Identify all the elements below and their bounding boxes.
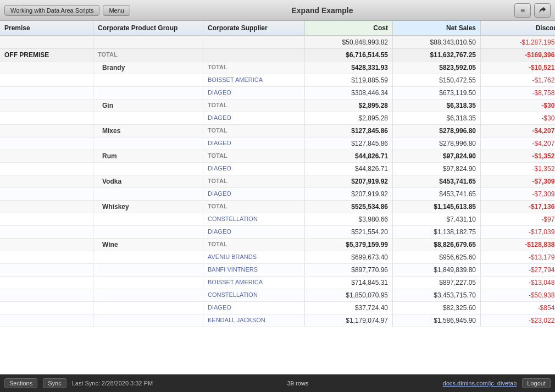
cell-premise: [0, 163, 93, 175]
table-row: KENDALL JACKSON $1,179,074.97 $1,586,945…: [0, 314, 555, 327]
table-row: DIAGEO $127,845.86 $278,996.80 -$4,207.5…: [0, 137, 555, 150]
page-title: Expand Example: [130, 6, 514, 15]
table-row: BOISSET AMERICA $714,845.31 $897,227.05 …: [0, 277, 555, 289]
cell-group-category: Vodka: [93, 175, 203, 187]
cell-netsales: $1,145,613.85: [393, 201, 481, 213]
cell-supplier: BANFI VINTNERS: [203, 264, 305, 276]
cell-group-category: Whiskey: [93, 201, 203, 213]
cell-premise: [0, 150, 93, 162]
cell-supplier: DIAGEO: [203, 302, 305, 314]
table-body[interactable]: OFF PREMISE TOTAL $6,716,514.55 $11,632,…: [0, 49, 555, 374]
cell-group: [93, 289, 203, 301]
title-bar: Working with Data Area Scripts Menu Expa…: [0, 0, 555, 21]
grand-group-cell: [93, 36, 203, 48]
cell-supplier: DIAGEO: [203, 87, 305, 99]
cell-discount: -$17,039.65: [481, 226, 555, 238]
cell-premise: [0, 302, 93, 314]
cell-group-category: Rum: [93, 150, 203, 162]
cell-discount: -$13,179.75: [481, 251, 555, 263]
menu-button[interactable]: Menu: [103, 5, 130, 16]
cell-cost: $127,845.86: [305, 125, 393, 137]
grand-discount-cell: -$1,287,195.60: [481, 36, 555, 48]
cell-premise: [0, 62, 93, 74]
cell-netsales: $11,632,767.25: [393, 49, 481, 61]
logout-button[interactable]: Logout: [522, 378, 551, 388]
table-row: Wine TOTAL $5,379,159.99 $8,826,679.65 -…: [0, 239, 555, 251]
cell-netsales: $8,826,679.65: [393, 239, 481, 251]
cell-cost: $3,980.66: [305, 213, 393, 225]
title-bar-right: ≡: [514, 3, 551, 18]
cell-premise: [0, 87, 93, 99]
col-header-netsales: Net Sales: [393, 21, 481, 35]
table-row: DIAGEO $207,919.92 $453,741.65 -$7,309.0…: [0, 188, 555, 201]
cell-supplier-total: TOTAL: [203, 150, 305, 162]
title-bar-left: Working with Data Area Scripts Menu: [4, 5, 130, 16]
cell-netsales: $278,996.80: [393, 137, 481, 150]
cell-cost: $37,724.40: [305, 302, 393, 314]
working-with-scripts-button[interactable]: Working with Data Area Scripts: [4, 5, 99, 16]
col-header-discount: Discount: [481, 21, 555, 35]
hamburger-icon-button[interactable]: ≡: [514, 3, 531, 18]
row-count-text: 39 rows: [158, 380, 437, 387]
share-icon-button[interactable]: [534, 3, 551, 18]
cell-premise: [0, 100, 93, 112]
cell-cost: $521,554.20: [305, 226, 393, 238]
cell-netsales: $3,453,715.70: [393, 289, 481, 301]
cell-premise: [0, 277, 93, 289]
cell-discount: -$23,022.40: [481, 314, 555, 327]
cell-netsales: $1,586,945.90: [393, 314, 481, 327]
cell-premise: [0, 74, 93, 86]
cell-group: [93, 112, 203, 124]
cell-discount: -$169,396.41: [481, 49, 555, 61]
cell-cost: $2,895.28: [305, 100, 393, 112]
cell-supplier: DIAGEO: [203, 188, 305, 200]
cell-netsales: $673,119.50: [393, 87, 481, 99]
last-sync-text: Last Sync: 2/28/2020 3:32 PM: [72, 380, 153, 387]
cell-premise: [0, 125, 93, 137]
cell-premise: [0, 201, 93, 213]
col-header-supplier: Corporate Supplier: [203, 21, 305, 35]
cell-cost: $525,534.86: [305, 201, 393, 213]
cell-supplier-total: TOTAL: [203, 175, 305, 187]
cell-cost: $6,716,514.55: [305, 49, 393, 61]
docs-link[interactable]: docs.dimins.com/jc_divetab: [443, 380, 517, 387]
cell-cost: $2,895.28: [305, 112, 393, 124]
cell-group: [93, 137, 203, 150]
cell-premise: [0, 314, 93, 327]
cell-supplier: BOISSET AMERICA: [203, 277, 305, 289]
cell-netsales: $7,431.10: [393, 213, 481, 225]
cell-supplier-total: TOTAL: [203, 201, 305, 213]
grand-premise-cell: [0, 36, 93, 48]
sections-button[interactable]: Sections: [4, 378, 37, 388]
cell-supplier: DIAGEO: [203, 137, 305, 150]
cell-discount: -$10,521.60: [481, 62, 555, 74]
grand-cost-cell: $50,848,993.82: [305, 36, 393, 48]
cell-discount: -$4,207.50: [481, 137, 555, 150]
cell-cost: $428,331.93: [305, 62, 393, 74]
cell-supplier: CONSTELLATION: [203, 213, 305, 225]
cell-netsales: $453,741.65: [393, 188, 481, 200]
cell-netsales: $278,996.80: [393, 125, 481, 137]
cell-group: [93, 302, 203, 314]
cell-premise: [0, 239, 93, 251]
cell-cost: $308,446.34: [305, 87, 393, 99]
cell-discount: -$30.75: [481, 100, 555, 112]
cell-discount: -$8,758.95: [481, 87, 555, 99]
cell-cost: $207,919.92: [305, 188, 393, 200]
cell-discount: -$30.75: [481, 112, 555, 124]
cell-premise: [0, 289, 93, 301]
cell-discount: -$50,938.91: [481, 289, 555, 301]
cell-premise: [0, 188, 93, 200]
cell-supplier: DIAGEO: [203, 112, 305, 124]
cell-cost: $699,673.40: [305, 251, 393, 263]
cell-supplier: CONSTELLATION: [203, 289, 305, 301]
cell-discount: -$7,309.05: [481, 175, 555, 187]
cell-discount: -$27,794.55: [481, 264, 555, 276]
table-row: AVENIU BRANDS $699,673.40 $956,625.60 -$…: [0, 251, 555, 264]
cell-group: [93, 87, 203, 99]
col-header-cost: Cost: [305, 21, 393, 35]
sync-button[interactable]: Sync: [43, 378, 66, 388]
cell-premise: [0, 264, 93, 276]
cell-netsales: $897,227.05: [393, 277, 481, 289]
cell-netsales: $1,849,839.80: [393, 264, 481, 276]
